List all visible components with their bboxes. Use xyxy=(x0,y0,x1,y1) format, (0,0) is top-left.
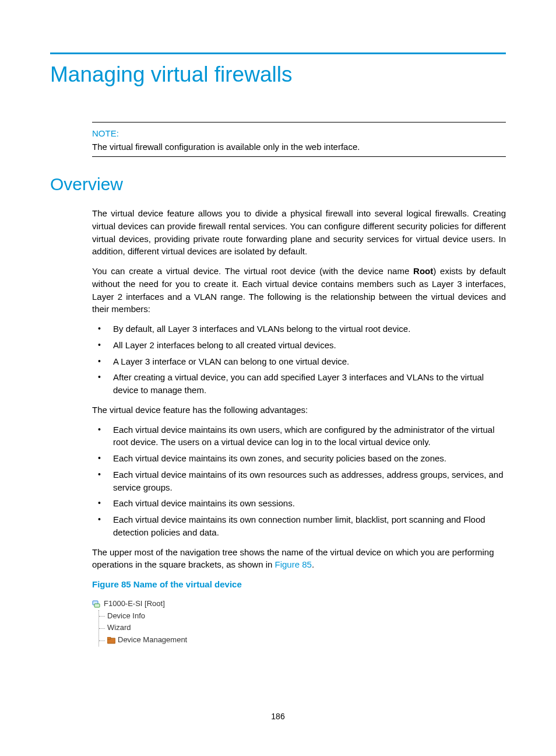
list-item: By default, all Layer 3 interfaces and V… xyxy=(92,323,506,335)
paragraph: The upper most of the navigation tree sh… xyxy=(92,546,506,572)
bold-text: Root xyxy=(413,266,433,276)
list-item: After creating a virtual device, you can… xyxy=(92,371,506,397)
svg-rect-1 xyxy=(94,604,100,607)
nav-tree-item-label: Device Info xyxy=(107,610,145,622)
list-item: Each virtual device maintains its own us… xyxy=(92,424,506,449)
figure-link[interactable]: Figure 85 xyxy=(275,559,312,569)
paragraph: The virtual device feature allows you to… xyxy=(92,207,506,258)
nav-tree-root: F1000-E-SI [Root] xyxy=(92,598,506,610)
list-item: A Layer 3 interface or VLAN can belong t… xyxy=(92,355,506,368)
text: . xyxy=(312,559,314,569)
bullet-list: By default, all Layer 3 interfaces and V… xyxy=(92,323,506,397)
nav-tree-item: Wizard xyxy=(99,622,506,634)
list-item: Each virtual device maintains of its own… xyxy=(92,468,506,494)
list-item: Each virtual device maintains its own se… xyxy=(92,497,506,510)
list-item: Each virtual device maintains its own co… xyxy=(92,513,506,539)
nav-tree-figure: F1000-E-SI [Root] Device Info Wizard xyxy=(92,598,506,646)
list-item: Each virtual device maintains its own zo… xyxy=(92,452,506,465)
title-rule xyxy=(50,52,506,54)
bullet-list: Each virtual device maintains its own us… xyxy=(92,424,506,539)
device-root-icon xyxy=(92,600,100,608)
nav-tree-item: Device Management xyxy=(99,634,506,646)
note-text: The virtual firewall configuration is av… xyxy=(92,142,506,152)
figure-caption: Figure 85 Name of the virtual device xyxy=(92,578,506,591)
text: You can create a virtual device. The vir… xyxy=(92,266,413,276)
page: Managing virtual firewalls NOTE: The vir… xyxy=(0,0,556,756)
nav-tree-item-label: Wizard xyxy=(107,622,131,634)
note-block: NOTE: The virtual firewall configuration… xyxy=(92,122,506,157)
list-item: All Layer 2 interfaces belong to all cre… xyxy=(92,339,506,352)
nav-tree-item: Device Info xyxy=(99,610,506,622)
note-label: NOTE: xyxy=(92,128,506,138)
nav-tree-root-label: F1000-E-SI [Root] xyxy=(104,598,165,610)
page-title: Managing virtual firewalls xyxy=(50,62,506,87)
paragraph: The virtual device feature has the follo… xyxy=(92,404,506,416)
body-content: The virtual device feature allows you to… xyxy=(92,207,506,646)
folder-icon xyxy=(107,636,115,645)
nav-tree-item-label: Device Management xyxy=(118,634,187,646)
section-heading-overview: Overview xyxy=(50,174,506,194)
paragraph: You can create a virtual device. The vir… xyxy=(92,265,506,316)
svg-rect-3 xyxy=(107,637,111,639)
page-number: 186 xyxy=(0,712,556,721)
nav-tree-children: Device Info Wizard Device Management xyxy=(98,610,506,646)
